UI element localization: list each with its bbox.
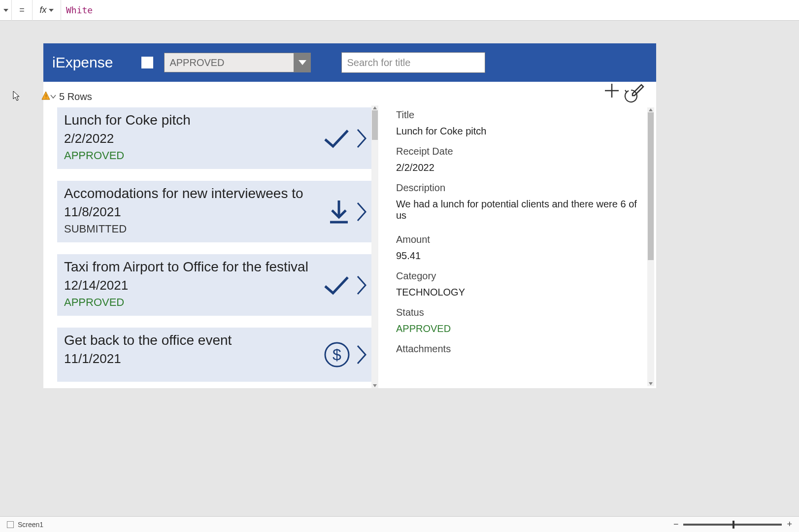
scroll-thumb[interactable] — [372, 110, 378, 140]
list-item[interactable]: Taxi from Airport to Office for the fest… — [57, 254, 371, 316]
formula-input[interactable]: White — [61, 5, 799, 15]
equals-label: = — [12, 0, 33, 21]
status-filter-value: APPROVED — [164, 53, 294, 72]
chevron-down-icon — [49, 9, 54, 12]
scroll-thumb[interactable] — [648, 112, 654, 260]
fx-label: fx — [39, 5, 46, 15]
app-preview: iExpense APPROVED Search for title ! 5 R… — [43, 43, 656, 388]
list-scrollbar[interactable] — [371, 105, 378, 388]
app-header: iExpense APPROVED Search for title — [43, 43, 656, 82]
field-value-category: TECHNOLOGY — [396, 287, 643, 298]
field-value-description: We had a lunch for potential clients and… — [396, 199, 643, 221]
scroll-up-icon — [373, 106, 377, 109]
status-filter-dropdown[interactable]: APPROVED — [164, 53, 311, 72]
chevron-down-icon — [299, 60, 306, 65]
check-icon — [323, 129, 350, 148]
expense-list: Lunch for Coke pitch 2/2/2022 APPROVED A… — [43, 105, 378, 388]
item-date: 11/8/2021 — [64, 204, 365, 220]
zoom-in-button[interactable]: + — [787, 519, 792, 530]
detail-scrollbar[interactable] — [647, 107, 654, 386]
field-value-status: APPROVED — [396, 323, 643, 334]
cursor-icon — [13, 91, 21, 101]
app-body: Lunch for Coke pitch 2/2/2022 APPROVED A… — [43, 105, 656, 388]
fx-button[interactable]: fx — [33, 0, 61, 21]
scroll-down-icon — [373, 384, 377, 387]
formula-bar: = fx White — [0, 0, 799, 21]
svg-text:$: $ — [333, 346, 341, 364]
scroll-down-icon — [649, 382, 653, 385]
row-count-label: 5 Rows — [59, 91, 92, 103]
scroll-up-icon — [649, 108, 653, 111]
chevron-right-icon[interactable] — [357, 129, 366, 148]
item-status: APPROVED — [64, 149, 365, 162]
chevron-down-icon — [3, 9, 8, 12]
status-bar: Screen1 − + — [0, 516, 799, 532]
item-date: 12/14/2021 — [64, 278, 365, 293]
canvas-area: iExpense APPROVED Search for title ! 5 R… — [0, 21, 799, 423]
field-label-attachments: Attachments — [396, 343, 643, 355]
field-value-amount: 95.41 — [396, 250, 643, 262]
chevron-right-icon[interactable] — [357, 275, 366, 295]
item-title: Taxi from Airport to Office for the fest… — [64, 259, 365, 275]
list-subheader: ! 5 Rows — [43, 82, 656, 105]
field-value-receipt-date: 2/2/2022 — [396, 162, 643, 173]
edit-button[interactable] — [631, 83, 645, 98]
item-status: APPROVED — [64, 296, 365, 309]
field-value-title: Lunch for Coke pitch — [396, 126, 643, 137]
filter-checkbox[interactable] — [141, 57, 153, 68]
item-title: Accomodations for new interviewees to — [64, 186, 365, 201]
list-item[interactable]: Accomodations for new interviewees to 11… — [57, 181, 371, 242]
screen-name: Screen1 — [18, 521, 43, 529]
warning-icon[interactable]: ! — [41, 91, 56, 101]
list-item[interactable]: Get back to the office event 11/1/2021 $ — [57, 328, 371, 382]
property-dropdown[interactable] — [0, 0, 12, 21]
screen-checkbox[interactable] — [7, 521, 14, 528]
search-placeholder: Search for title — [347, 57, 410, 68]
item-title: Lunch for Coke pitch — [64, 112, 365, 128]
status-filter-chevron[interactable] — [294, 53, 311, 72]
field-label-receipt-date: Receipt Date — [396, 146, 643, 157]
zoom-slider[interactable] — [683, 524, 782, 526]
search-input[interactable]: Search for title — [341, 52, 485, 73]
item-date: 2/2/2022 — [64, 131, 365, 146]
field-label-amount: Amount — [396, 234, 643, 245]
chevron-right-icon[interactable] — [357, 202, 366, 222]
app-title: iExpense — [52, 54, 113, 71]
item-title: Get back to the office event — [64, 332, 365, 348]
download-icon — [328, 200, 350, 224]
zoom-out-button[interactable]: − — [673, 519, 679, 530]
field-label-category: Category — [396, 270, 643, 282]
detail-panel: Title Lunch for Coke pitch Receipt Date … — [378, 105, 656, 388]
field-label-title: Title — [396, 109, 643, 121]
svg-text:!: ! — [45, 94, 47, 100]
check-icon — [323, 275, 350, 295]
item-date: 11/1/2021 — [64, 351, 365, 366]
list-item[interactable]: Lunch for Coke pitch 2/2/2022 APPROVED — [57, 107, 371, 169]
field-label-description: Description — [396, 182, 643, 194]
field-label-status: Status — [396, 307, 643, 318]
dollar-icon: $ — [324, 342, 350, 367]
zoom-thumb[interactable] — [732, 521, 734, 529]
add-button[interactable] — [604, 83, 620, 99]
item-status: SUBMITTED — [64, 223, 365, 235]
chevron-right-icon[interactable] — [357, 345, 366, 365]
